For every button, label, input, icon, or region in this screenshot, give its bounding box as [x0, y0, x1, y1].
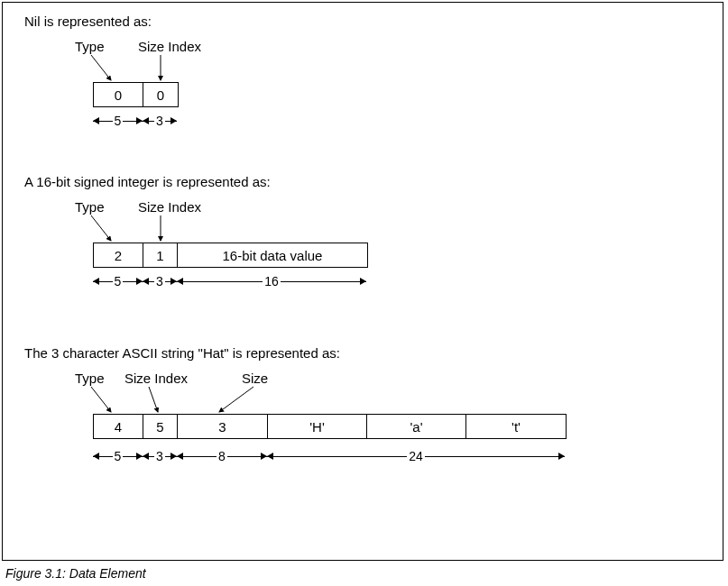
ascii-intro: The 3 character ASCII string "Hat" is re…	[24, 345, 340, 361]
cell-char-0: 'H'	[268, 415, 367, 438]
nil-intro: Nil is represented as:	[24, 14, 152, 29]
dim-3: 3	[143, 448, 177, 464]
cell-size-index: 5	[143, 415, 178, 438]
dim-3: 3	[143, 113, 177, 129]
dim-24: 24	[267, 448, 565, 464]
nil-boxrow: 0 0	[93, 82, 179, 107]
cell-char-2: 't'	[466, 415, 566, 438]
section-nil: Nil is represented as:	[24, 14, 152, 29]
cell-size: 3	[178, 415, 268, 438]
dim-5: 5	[93, 273, 143, 289]
svg-line-2	[91, 215, 111, 241]
dim-3: 3	[143, 273, 177, 289]
dim-8: 8	[177, 448, 267, 464]
cell-type: 0	[94, 83, 143, 106]
dim-5: 5	[93, 113, 143, 129]
section-ascii: The 3 character ASCII string "Hat" is re…	[24, 345, 340, 361]
dim-5: 5	[93, 448, 143, 464]
section-int16: A 16-bit signed integer is represented a…	[24, 174, 271, 189]
int16-boxrow: 2 1 16-bit data value	[93, 243, 368, 268]
svg-line-0	[91, 55, 111, 80]
int16-dims: 5 3 16	[93, 270, 366, 293]
figure-frame: Nil is represented as: Type Size Index 0…	[2, 2, 723, 561]
dim-16: 16	[177, 273, 366, 289]
ascii-dims: 5 3 8 24	[93, 444, 565, 468]
nil-dims: 5 3	[93, 109, 177, 133]
cell-data: 16-bit data value	[178, 243, 367, 267]
cell-size-index: 1	[143, 243, 178, 267]
int16-intro: A 16-bit signed integer is represented a…	[24, 174, 271, 189]
svg-line-4	[91, 387, 111, 412]
svg-line-6	[219, 387, 253, 412]
cell-size-index: 0	[143, 83, 178, 106]
cell-type: 4	[94, 415, 143, 438]
cell-type: 2	[94, 243, 143, 267]
svg-line-5	[149, 387, 158, 412]
cell-char-1: 'a'	[367, 415, 466, 438]
ascii-boxrow: 4 5 3 'H' 'a' 't'	[93, 414, 567, 439]
